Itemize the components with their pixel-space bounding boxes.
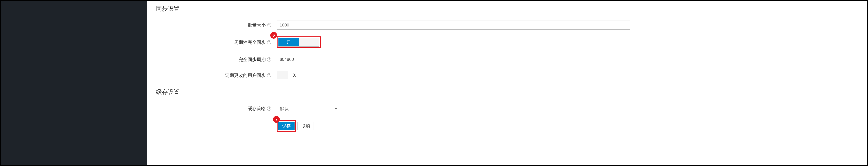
- label-periodic-full-sync: 周期性完全同步 ?: [156, 39, 274, 45]
- row-changed-users-sync: 定期更改的用户同步 ? 关: [156, 71, 858, 80]
- label-text: 缓存策略: [248, 106, 266, 112]
- row-periodic-full-sync: 周期性完全同步 ? 6 开: [156, 36, 858, 48]
- section-title-cache: 缓存设置: [156, 87, 858, 98]
- batch-size-input[interactable]: [277, 20, 630, 30]
- button-row: 7 保存 取消: [277, 120, 858, 132]
- toggle-off-segment: [299, 38, 319, 46]
- save-button[interactable]: 保存: [278, 122, 294, 130]
- row-batch-size: 批量大小 ?: [156, 20, 858, 30]
- periodic-full-sync-toggle[interactable]: 开: [278, 38, 319, 47]
- help-icon[interactable]: ?: [267, 107, 271, 111]
- main-panel: 同步设置 批量大小 ? 周期性完全同步 ? 6 开: [147, 1, 867, 165]
- label-text: 批量大小: [248, 22, 266, 28]
- cache-policy-select[interactable]: 默认: [277, 104, 338, 113]
- highlight-box-6: 开: [277, 36, 321, 48]
- callout-marker-7: 7: [273, 116, 280, 123]
- help-icon[interactable]: ?: [267, 23, 271, 27]
- label-text: 完全同步周期: [239, 56, 266, 63]
- section-title-sync: 同步设置: [156, 3, 858, 15]
- callout-marker-6: 6: [270, 32, 277, 39]
- label-full-sync-period: 完全同步周期 ?: [156, 56, 274, 63]
- row-full-sync-period: 完全同步周期 ?: [156, 55, 858, 64]
- toggle-on-text: 开: [278, 38, 299, 46]
- help-icon[interactable]: ?: [267, 57, 271, 61]
- app-frame: 同步设置 批量大小 ? 周期性完全同步 ? 6 开: [0, 0, 868, 166]
- label-text: 定期更改的用户同步: [225, 72, 266, 79]
- full-sync-period-input[interactable]: [277, 55, 630, 64]
- label-batch-size: 批量大小 ?: [156, 22, 274, 28]
- cancel-button[interactable]: 取消: [298, 122, 314, 130]
- label-text: 周期性完全同步: [234, 39, 266, 45]
- highlight-box-7: 保存: [277, 120, 296, 132]
- help-icon[interactable]: ?: [267, 40, 271, 44]
- toggle-on-segment: [277, 71, 288, 79]
- label-cache-policy: 缓存策略 ?: [156, 106, 274, 112]
- toggle-off-text: 关: [288, 71, 301, 79]
- changed-users-sync-toggle[interactable]: 关: [277, 71, 301, 79]
- row-cache-policy: 缓存策略 ? 默认: [156, 104, 858, 113]
- sidebar: [1, 1, 147, 165]
- help-icon[interactable]: ?: [267, 73, 271, 77]
- label-changed-users-sync: 定期更改的用户同步 ?: [156, 72, 274, 79]
